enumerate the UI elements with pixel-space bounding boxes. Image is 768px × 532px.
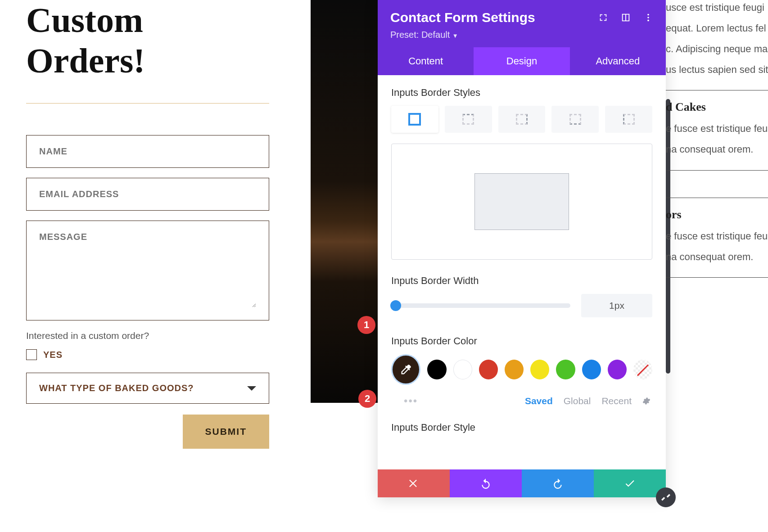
message-textarea[interactable] [39, 232, 256, 307]
border-bottom-icon [569, 114, 581, 125]
border-width-slider[interactable] [391, 303, 570, 308]
divider [26, 103, 269, 104]
color-red[interactable] [479, 360, 498, 379]
dropdown-label: WHAT TYPE OF BAKED GOODS? [39, 383, 194, 393]
border-top-icon [462, 114, 474, 125]
border-preview [391, 144, 652, 260]
undo-button[interactable] [450, 469, 522, 497]
divider [666, 170, 768, 171]
section-border-styles: Inputs Border Styles [391, 87, 652, 99]
gear-icon[interactable] [642, 397, 651, 405]
panel-resize-handle[interactable] [656, 487, 676, 507]
right-column: usce est tristique feugi equat. Lorem le… [666, 0, 768, 288]
tabs: Content Design Advanced [378, 47, 666, 75]
page-title: Custom Orders! [26, 0, 269, 81]
text: equat. Lorem lectus fel [666, 21, 768, 36]
color-black[interactable] [427, 360, 446, 379]
svg-point-1 [647, 17, 649, 18]
color-none[interactable] [633, 360, 652, 379]
tab-advanced[interactable]: Advanced [570, 47, 666, 75]
section-border-color: Inputs Border Color [391, 335, 652, 347]
svg-point-2 [647, 20, 649, 22]
text: usce est tristique feugi [666, 0, 768, 15]
submit-button[interactable]: SUBMIT [183, 415, 270, 449]
save-button[interactable] [594, 469, 666, 497]
name-field-wrap[interactable] [26, 135, 269, 168]
text: c. Adipiscing neque ma [666, 41, 768, 57]
divider [666, 277, 768, 278]
color-picker-button[interactable] [391, 354, 420, 385]
border-style-right-button[interactable] [498, 106, 546, 133]
settings-panel: Contact Form Settings Preset: Default ▼ … [378, 0, 666, 497]
columns-icon[interactable] [621, 13, 631, 23]
resize-icon [661, 493, 670, 502]
eyedropper-icon [400, 363, 412, 376]
email-input[interactable] [39, 189, 256, 199]
more-colors-icon[interactable]: ••• [404, 395, 418, 407]
divider [666, 198, 768, 198]
color-blue[interactable] [582, 360, 601, 379]
color-tab-recent[interactable]: Recent [601, 396, 632, 406]
svg-point-0 [647, 14, 649, 16]
border-style-all-button[interactable] [391, 106, 438, 133]
border-style-bottom-button[interactable] [551, 106, 599, 133]
panel-title: Contact Form Settings [390, 10, 535, 25]
border-width-input[interactable] [581, 294, 652, 317]
email-field-wrap[interactable] [26, 178, 269, 211]
text: na consequat orem. [666, 249, 768, 265]
cancel-button[interactable] [378, 469, 450, 497]
annotation-1: 1 [357, 316, 375, 334]
border-left-icon [623, 114, 635, 125]
divider [666, 90, 768, 90]
color-tab-global[interactable]: Global [564, 396, 591, 406]
text: us lectus sapien sed sit [666, 62, 768, 77]
preset-dropdown[interactable]: Preset: Default ▼ [390, 30, 653, 40]
yes-label: YES [43, 350, 63, 360]
square-icon [408, 113, 421, 126]
section-border-width: Inputs Border Width [391, 275, 652, 287]
name-input[interactable] [39, 146, 256, 157]
redo-button[interactable] [522, 469, 594, 497]
expand-icon[interactable] [598, 13, 608, 23]
color-yellow[interactable] [530, 360, 549, 379]
baked-goods-dropdown[interactable]: WHAT TYPE OF BAKED GOODS? [26, 373, 269, 404]
text: e fusce est tristique feugi [666, 121, 768, 136]
tab-content[interactable]: Content [378, 47, 474, 75]
color-tab-saved[interactable]: Saved [525, 396, 553, 406]
border-right-icon [516, 114, 528, 125]
redo-icon [552, 478, 564, 489]
text: na consequat orem. [666, 142, 768, 157]
border-style-left-button[interactable] [605, 106, 652, 133]
chevron-down-icon [247, 386, 256, 391]
check-icon [624, 478, 636, 489]
preview-rect [474, 173, 569, 230]
tab-design[interactable]: Design [474, 47, 569, 75]
annotation-2: 2 [358, 390, 376, 408]
close-icon [408, 478, 420, 489]
kebab-menu-icon[interactable] [643, 13, 653, 23]
bread-image [311, 0, 378, 403]
color-orange[interactable] [505, 360, 524, 379]
slider-thumb[interactable] [390, 300, 401, 311]
message-field-wrap[interactable] [26, 221, 269, 320]
section-border-style: Inputs Border Style [391, 422, 652, 433]
color-green[interactable] [556, 360, 575, 379]
color-white[interactable] [453, 360, 472, 379]
heading: d Cakes [666, 100, 768, 114]
border-style-top-button[interactable] [445, 106, 492, 133]
color-purple[interactable] [608, 360, 627, 379]
text: e fusce est tristique feugi [666, 229, 768, 244]
yes-checkbox[interactable] [26, 349, 37, 360]
question-label: Interested in a custom order? [26, 330, 269, 341]
undo-icon [480, 478, 492, 489]
heading: ors [666, 208, 768, 221]
